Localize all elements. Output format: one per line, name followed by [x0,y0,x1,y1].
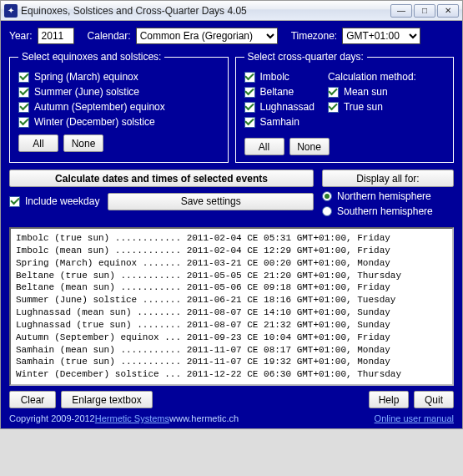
company-link[interactable]: Hermetic Systems [95,413,169,423]
cb-spring[interactable]: Spring (March) equinox [18,71,219,83]
cb-label: Winter (December) solstice [34,116,155,128]
calendar-label: Calendar: [88,30,131,42]
radio-northern[interactable]: Northern hemisphere [322,190,454,202]
hemisphere-radios: Northern hemisphere Southern hemisphere [322,190,454,217]
cb-label: Samhain [260,116,299,128]
checkbox-icon[interactable] [18,117,29,128]
cb-autumn[interactable]: Autumn (September) equinox [18,101,219,113]
crossquarter-all-button[interactable]: All [244,138,284,155]
radio-label: Northern hemisphere [337,190,431,202]
equinox-legend: Select equinoxes and solstices: [18,51,164,63]
crossquarter-body: Imbolc Beltane Lughnassad Samhain Calcul… [244,68,445,131]
calculate-button[interactable]: Calculate dates and times of selected ev… [9,170,314,187]
cb-label: Spring (March) equinox [34,71,138,83]
checkbox-icon[interactable] [18,87,29,98]
cb-mean-sun[interactable]: Mean sun [328,86,416,98]
cb-label: Imbolc [260,71,289,83]
cb-label: Lughnassad [260,101,315,113]
groups-row: Select equinoxes and solstices: Spring (… [9,51,454,163]
timezone-label: Timezone: [291,30,338,42]
cb-label: Include weekday [25,195,99,207]
enlarge-button[interactable]: Enlarge textbox [61,391,153,408]
equinox-group: Select equinoxes and solstices: Spring (… [9,51,229,163]
output-textbox[interactable]: Imbolc (true sun) ............ 2011-02-0… [9,227,454,386]
quit-button[interactable]: Quit [414,391,454,408]
app-icon: ✦ [4,4,18,18]
clear-button[interactable]: Clear [9,391,56,408]
radio-label: Southern hemisphere [337,205,433,217]
actions-left: Calculate dates and times of selected ev… [9,170,314,220]
crossquarter-col-method: Calculation method: Mean sun True sun [328,68,416,131]
display-all-button[interactable]: Display all for: [322,170,454,187]
top-inputs-row: Year: Calendar: Common Era (Gregorian) T… [9,28,454,44]
crossquarter-none-button[interactable]: None [289,138,330,155]
window-buttons: — □ ✕ [390,4,459,18]
cb-imbolc[interactable]: Imbolc [244,71,315,83]
checkbox-icon[interactable] [244,87,255,98]
footer-url: www.hermetic.ch [169,413,239,423]
method-label: Calculation method: [328,71,416,83]
cb-summer[interactable]: Summer (June) solstice [18,86,219,98]
actions-right: Display all for: Northern hemisphere Sou… [322,170,454,220]
year-label: Year: [9,30,33,42]
equinox-none-button[interactable]: None [63,134,103,152]
equinox-allnone: All None [18,134,219,152]
crossquarter-legend: Select cross-quarter days: [244,51,367,63]
bottom-buttons: Clear Enlarge textbox Help Quit [9,391,454,408]
crossquarter-group: Select cross-quarter days: Imbolc Beltan… [235,51,455,163]
equinox-all-button[interactable]: All [18,134,58,152]
app-window: ✦ Equinoxes, Solstices and Cross-Quarter… [0,0,463,429]
checkbox-icon[interactable] [244,117,255,128]
copyright-text: Copyright 2009-2012 [9,413,95,423]
checkbox-icon[interactable] [18,72,29,83]
actions-row: Calculate dates and times of selected ev… [9,170,454,220]
titlebar: ✦ Equinoxes, Solstices and Cross-Quarter… [1,1,462,21]
minimize-button[interactable]: — [390,4,412,18]
cb-label: Beltane [260,86,294,98]
year-input[interactable] [38,28,74,44]
actions-left-sub: Include weekday Save settings [9,192,314,210]
close-button[interactable]: ✕ [437,4,459,18]
cb-lughnassad[interactable]: Lughnassad [244,101,315,113]
crossquarter-allnone: All None [244,138,445,155]
manual-link[interactable]: Online user manual [375,413,454,423]
cb-true-sun[interactable]: True sun [328,101,416,113]
timezone-select[interactable]: GMT+01:00 [342,28,420,44]
checkbox-icon[interactable] [244,72,255,83]
checkbox-icon[interactable] [328,87,339,98]
cb-label: Summer (June) solstice [34,86,139,98]
maximize-button[interactable]: □ [414,4,435,18]
cb-label: True sun [344,101,383,113]
crossquarter-col-events: Imbolc Beltane Lughnassad Samhain [244,68,315,131]
checkbox-icon[interactable] [328,102,339,113]
radio-icon[interactable] [322,191,332,201]
footer: Copyright 2009-2012 Hermetic Systems www… [9,413,454,423]
cb-samhain[interactable]: Samhain [244,116,315,128]
checkbox-icon[interactable] [9,196,20,207]
radio-southern[interactable]: Southern hemisphere [322,205,454,217]
window-title: Equinoxes, Solstices and Cross-Quarter D… [21,5,390,17]
cb-beltane[interactable]: Beltane [244,86,315,98]
cb-include-weekday[interactable]: Include weekday [9,195,99,207]
save-settings-button[interactable]: Save settings [108,193,314,210]
radio-icon[interactable] [322,206,332,216]
checkbox-icon[interactable] [18,102,29,113]
help-button[interactable]: Help [369,391,409,408]
client-area: Year: Calendar: Common Era (Gregorian) T… [1,21,462,428]
cb-winter[interactable]: Winter (December) solstice [18,116,219,128]
cb-label: Mean sun [344,86,388,98]
checkbox-icon[interactable] [244,102,255,113]
calendar-select[interactable]: Common Era (Gregorian) [136,28,278,44]
cb-label: Autumn (September) equinox [34,101,165,113]
